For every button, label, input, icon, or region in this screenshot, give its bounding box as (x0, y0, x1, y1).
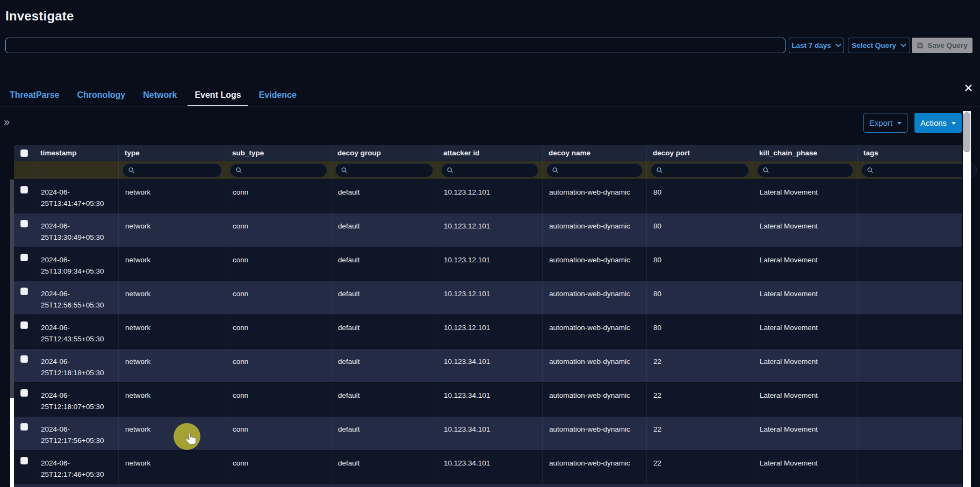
cell-decoy_port: 80 (646, 281, 753, 314)
cell-timestamp: 2024-06-25T12:56:55+05:30 (34, 281, 118, 314)
table-row[interactable]: 2024-06-25T12:17:46+05:30networkconndefa… (14, 450, 962, 484)
table-row[interactable]: 2024-06-25T13:09:34+05:30networkconndefa… (14, 247, 962, 281)
column-header-decoy_group[interactable]: decoy group (331, 145, 437, 161)
cell-tags (857, 281, 962, 314)
column-header-type[interactable]: type (118, 145, 226, 161)
cell-decoy_group: default (331, 180, 437, 213)
cell-decoy_name: automation-web-dynamic (542, 213, 646, 247)
row-checkbox[interactable] (20, 321, 28, 329)
row-checkbox[interactable] (20, 254, 28, 261)
save-icon (917, 42, 924, 49)
search-icon (656, 167, 663, 174)
page-vertical-scrollbar[interactable] (963, 111, 971, 487)
scrollbar-thumb[interactable] (10, 180, 14, 398)
filter-sub_type[interactable] (230, 163, 327, 177)
query-search-input[interactable] (5, 38, 786, 53)
filter-kill_chain_phase[interactable] (757, 163, 853, 177)
filter-cell-attacker_id (437, 161, 542, 179)
expand-panel-icon[interactable]: » (4, 116, 9, 127)
cell-timestamp: 2024-06-25T12:17:46+05:30 (34, 450, 118, 484)
tab-evidence[interactable]: Evidence (259, 90, 297, 106)
filter-input-type[interactable] (138, 166, 217, 174)
filter-decoy_port[interactable] (651, 163, 749, 177)
filter-cell-sub_type (226, 161, 331, 179)
filter-input-decoy_group[interactable] (351, 166, 428, 174)
scrollbar-thumb[interactable] (963, 112, 970, 152)
column-header-kill_chain_phase[interactable]: kill_chain_phase (753, 145, 857, 161)
filter-type[interactable] (122, 163, 222, 177)
tab-threatparse[interactable]: ThreatParse (10, 90, 60, 106)
column-header-decoy_port[interactable]: decoy port (646, 145, 753, 161)
search-icon (867, 167, 874, 174)
cell-timestamp: 2024-06-25T13:30:49+05:30 (34, 213, 118, 247)
filter-input-tags[interactable] (877, 166, 971, 174)
cell-decoy_group: default (331, 281, 437, 314)
row-checkbox[interactable] (20, 220, 28, 227)
column-header-sub_type[interactable]: sub_type (226, 145, 331, 161)
export-button[interactable]: Export (863, 113, 907, 133)
cell-decoy_group: default (331, 450, 437, 484)
filter-cell-timestamp (34, 161, 118, 179)
cell-type: network (118, 281, 226, 314)
table-row[interactable]: 2024-06-25T12:43:55+05:30networkconndefa… (14, 315, 962, 349)
hand-cursor-icon (184, 432, 198, 447)
table-row[interactable]: 2024-06-25T13:41:47+05:30networkconndefa… (14, 180, 962, 213)
row-checkbox[interactable] (20, 423, 28, 431)
filter-input-attacker_id[interactable] (457, 166, 533, 174)
row-select-cell (14, 450, 34, 484)
filter-decoy_name[interactable] (546, 163, 643, 177)
select-all-checkbox[interactable] (20, 149, 28, 157)
table-row[interactable]: 2024-06-25T12:18:07+05:30networkconndefa… (14, 383, 962, 417)
cell-type: network (118, 383, 226, 416)
save-query-button[interactable]: Save Query (912, 38, 972, 53)
filter-decoy_group[interactable] (335, 163, 433, 177)
row-checkbox[interactable] (20, 389, 28, 397)
cell-decoy_port: 80 (646, 213, 753, 247)
cell-decoy_name: automation-web-dynamic (542, 349, 646, 382)
filter-tags[interactable] (861, 163, 977, 177)
cell-attacker_id: 10.123.12.101 (437, 281, 542, 314)
cell-kill_chain_phase: Lateral Movement (753, 383, 857, 416)
column-header-decoy_name[interactable]: decoy name (542, 145, 646, 161)
column-header-tags[interactable]: tags (857, 145, 962, 161)
cell-type: network (118, 450, 226, 484)
table-row[interactable]: 2024-06-25T12:18:18+05:30networkconndefa… (14, 349, 962, 383)
table-row[interactable]: 2024-06-25T12:17:56+05:30networkconndefa… (14, 417, 962, 450)
row-select-cell (14, 417, 34, 450)
tab-network[interactable]: Network (143, 90, 177, 106)
filter-attacker_id[interactable] (441, 163, 538, 177)
close-icon[interactable] (964, 84, 972, 92)
filter-input-sub_type[interactable] (246, 166, 322, 174)
select-query-dropdown[interactable]: Select Query (848, 38, 910, 53)
cell-attacker_id: 10.123.12.101 (437, 213, 542, 247)
table-vertical-scrollbar[interactable] (10, 180, 14, 487)
filter-cell-kill_chain_phase (753, 161, 857, 179)
column-header-attacker_id[interactable]: attacker id (437, 145, 542, 161)
row-select-cell (14, 180, 34, 213)
row-checkbox[interactable] (20, 457, 28, 464)
column-header-timestamp[interactable]: timestamp (34, 145, 118, 161)
tab-event-logs[interactable]: Event Logs (188, 90, 248, 106)
row-select-cell (14, 247, 34, 281)
filter-input-kill_chain_phase[interactable] (773, 166, 848, 174)
search-icon (341, 167, 348, 174)
cell-sub_type: conn (226, 417, 331, 450)
cell-timestamp: 2024-06-25T13:41:47+05:30 (34, 180, 118, 213)
cell-decoy_name: automation-web-dynamic (542, 315, 646, 348)
actions-button[interactable]: Actions (914, 113, 962, 133)
time-range-label: Last 7 days (791, 41, 831, 49)
row-checkbox[interactable] (20, 355, 28, 363)
table-row[interactable]: 2024-06-25T12:56:55+05:30networkconndefa… (14, 281, 962, 315)
cell-attacker_id: 10.123.34.101 (437, 417, 542, 450)
table-row[interactable]: 2024-06-25T13:30:49+05:30networkconndefa… (14, 213, 962, 247)
time-range-dropdown[interactable]: Last 7 days (789, 38, 844, 53)
filter-input-decoy_port[interactable] (666, 166, 744, 174)
cell-decoy_group: default (331, 247, 437, 281)
chevron-down-icon (900, 44, 906, 47)
filter-input-decoy_name[interactable] (562, 166, 637, 174)
cell-decoy_name: automation-web-dynamic (542, 383, 646, 416)
row-checkbox[interactable] (20, 186, 28, 194)
row-checkbox[interactable] (20, 288, 28, 295)
cell-decoy_name: automation-web-dynamic (542, 247, 646, 281)
tab-chronology[interactable]: Chronology (77, 90, 126, 106)
